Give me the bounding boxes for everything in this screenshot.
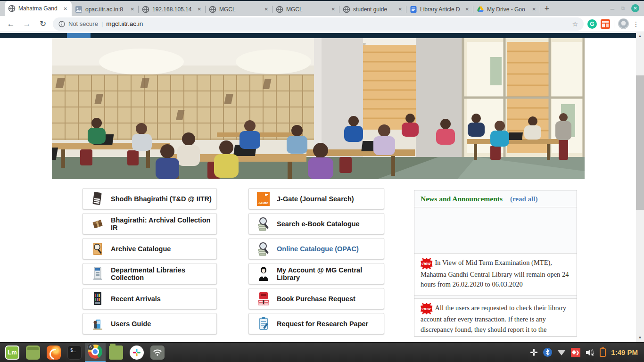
firefox-icon xyxy=(47,346,61,360)
bhagirathi-archival-button[interactable]: Bhagirathi: Archival Collection IR xyxy=(83,213,217,234)
shodh-bhagirathi-button[interactable]: Shodh Bhagirathi (T&D @ IITR) xyxy=(83,188,217,209)
terminal-icon: $_ xyxy=(67,346,82,360)
tab-close-icon[interactable]: ✕ xyxy=(197,7,202,12)
anydesk-diamond xyxy=(571,350,576,355)
globe-icon xyxy=(209,6,216,13)
tab-close-icon[interactable]: ✕ xyxy=(531,7,537,12)
guide-person-icon xyxy=(91,316,104,331)
tab-title: Mahatma Gand xyxy=(18,5,60,12)
info-icon[interactable] xyxy=(58,21,65,27)
quick-link-label: Online Catalogue (OPAC) xyxy=(277,245,359,253)
departmental-libraries-button[interactable]: Departmental Libraries Collection xyxy=(83,263,217,284)
quick-link-label: J-Gate (Journal Search) xyxy=(277,195,354,203)
svg-text:J-Gate: J-Gate xyxy=(258,201,268,205)
tab-library-article[interactable]: Library Article D ✕ xyxy=(406,2,473,16)
address-bar[interactable]: Not secure | mgcl.iitr.ac.in ☆ xyxy=(53,17,584,31)
quick-link-label: Departmental Libraries Collection xyxy=(111,266,216,281)
reload-button[interactable]: ↻ xyxy=(37,19,49,29)
bookmark-star-icon[interactable]: ☆ xyxy=(572,20,578,28)
read-all-link[interactable]: (read all) xyxy=(510,195,537,203)
page-url: mgcl.iitr.ac.in xyxy=(106,20,143,27)
quick-link-label: Users Guide xyxy=(111,320,151,328)
system-tray: ❯ 1:49 PM xyxy=(530,348,642,357)
person-silhouette-icon xyxy=(257,266,270,281)
minimize-button[interactable]: – xyxy=(611,6,614,11)
show-desktop-button[interactable] xyxy=(23,343,43,362)
globe-icon xyxy=(343,6,350,13)
scroll-up-arrow[interactable]: ▲ xyxy=(636,33,644,40)
slack-tray-icon[interactable] xyxy=(530,348,538,356)
anydesk-icon[interactable]: ❯ xyxy=(571,348,580,357)
network-tool-launcher[interactable] xyxy=(147,343,168,362)
wifi-tray-icon[interactable] xyxy=(557,349,566,355)
image-icon xyxy=(75,6,83,13)
tab-ip-address[interactable]: 192.168.105.14 ✕ xyxy=(139,2,206,16)
terminal-launcher[interactable]: $_ xyxy=(64,343,85,362)
file-manager-launcher[interactable] xyxy=(106,343,126,362)
firefox-launcher[interactable] xyxy=(43,343,64,362)
jgate-icon: J-Gate xyxy=(257,191,270,206)
scroll-down-arrow[interactable]: ▼ xyxy=(636,335,644,341)
navbar-active-item[interactable] xyxy=(67,33,91,38)
tab-close-icon[interactable]: ✕ xyxy=(330,7,336,12)
my-account-button[interactable]: My Account @ MG Central Library xyxy=(248,263,384,284)
battery-icon[interactable] xyxy=(600,348,606,357)
tab-mgcl-2[interactable]: MGCL ✕ xyxy=(272,2,339,16)
research-paper-request-button[interactable]: Request for Research Paper xyxy=(248,313,384,334)
tab-close-icon[interactable]: ✕ xyxy=(397,7,403,12)
profile-avatar[interactable] xyxy=(618,18,629,29)
slack-launcher[interactable] xyxy=(126,343,147,362)
taskbar-clock[interactable]: 1:49 PM xyxy=(611,348,638,356)
document-icon xyxy=(410,6,417,13)
tab-my-drive[interactable]: My Drive - Goo ✕ xyxy=(473,2,540,16)
browser-tab-strip: Mahatma Gand ✕ opac.iitr.ac.in:8 ✕ 192.1… xyxy=(0,0,644,16)
tab-title: 192.168.105.14 xyxy=(152,6,194,13)
quick-link-label: Shodh Bhagirathi (T&D @ IITR) xyxy=(111,195,212,203)
tab-close-icon[interactable]: ✕ xyxy=(464,7,470,12)
tab-close-icon[interactable]: ✕ xyxy=(130,7,135,12)
taskbar: Lm $_ 6 ❯ 1:49 PM xyxy=(0,342,644,362)
chrome-launcher[interactable]: 6 xyxy=(85,343,106,362)
quick-link-label: My Account @ MG Central Library xyxy=(277,266,384,281)
users-guide-button[interactable]: Users Guide xyxy=(83,313,217,334)
tab-mahatma-gandhi[interactable]: Mahatma Gand ✕ xyxy=(5,1,72,16)
toolbar-separator xyxy=(614,20,614,28)
orange-extension-icon[interactable] xyxy=(601,19,610,29)
book-purchase-button[interactable]: Book Purchase Request xyxy=(248,288,384,309)
recent-arrivals-button[interactable]: Recent Arrivals xyxy=(83,288,217,309)
scrollbar-thumb[interactable] xyxy=(636,75,644,210)
news-spacer xyxy=(414,207,577,253)
tab-title: MGCL xyxy=(219,6,261,13)
globe-icon xyxy=(276,6,283,13)
tab-opac[interactable]: opac.iitr.ac.in:8 ✕ xyxy=(72,2,139,16)
grammarly-extension-icon[interactable]: G xyxy=(587,19,597,29)
mint-menu-button[interactable]: Lm xyxy=(2,343,23,362)
bookshelf-icon xyxy=(91,291,104,306)
opac-button[interactable]: Online Catalogue (OPAC) xyxy=(248,238,384,259)
jgate-button[interactable]: J-Gate J-Gate (Journal Search) xyxy=(248,188,384,209)
new-badge: new xyxy=(421,258,433,270)
ebook-catalogue-button[interactable]: Search e-Book Catalogue xyxy=(248,213,384,234)
tab-close-icon[interactable]: ✕ xyxy=(63,6,68,11)
tab-title: My Drive - Goo xyxy=(487,6,528,13)
tab-student-guide[interactable]: student guide ✕ xyxy=(339,2,406,16)
globe-icon xyxy=(142,6,149,13)
new-tab-button[interactable]: + xyxy=(540,2,553,15)
forward-button[interactable]: → xyxy=(21,19,33,29)
back-button[interactable]: ← xyxy=(5,19,17,29)
maximize-button[interactable]: ⧉ xyxy=(621,5,625,11)
search-books-icon xyxy=(257,216,270,231)
news-item-text: All the users are requested to check the… xyxy=(421,304,566,333)
page-scrollbar[interactable]: ▲ ▼ xyxy=(636,32,644,342)
quick-link-label: Book Purchase Request xyxy=(277,295,355,303)
bluetooth-icon[interactable] xyxy=(543,348,552,357)
news-item: newIn View of Mid Term Examination (MTE)… xyxy=(414,253,577,296)
tab-mgcl-1[interactable]: MGCL ✕ xyxy=(206,2,272,16)
new-badge: new xyxy=(421,303,433,315)
archive-catalogue-button[interactable]: Archive Catalogue xyxy=(83,238,217,259)
close-window-button[interactable]: ✕ xyxy=(631,4,639,12)
tab-close-icon[interactable]: ✕ xyxy=(264,7,269,12)
quick-link-label: Recent Arrivals xyxy=(111,295,161,303)
browser-menu-icon[interactable]: ⋮ xyxy=(633,20,639,28)
volume-muted-icon[interactable] xyxy=(586,349,594,356)
